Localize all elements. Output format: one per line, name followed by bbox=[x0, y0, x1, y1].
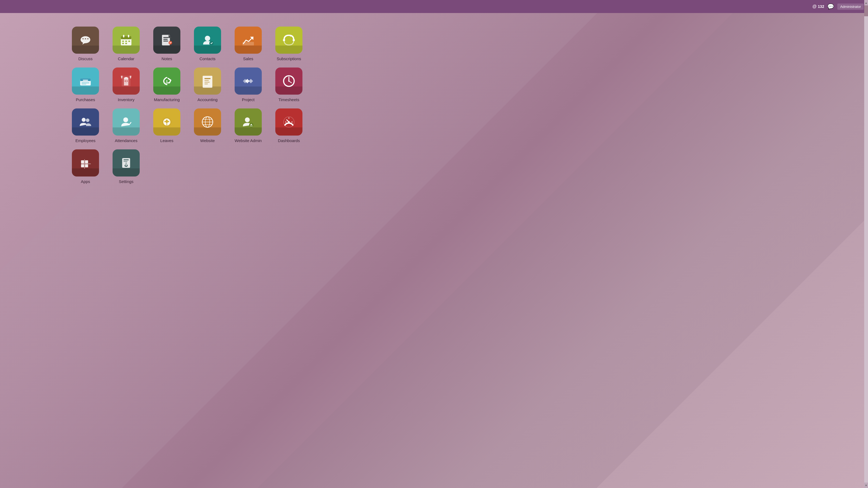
scroll-thumb[interactable] bbox=[864, 5, 868, 16]
svg-point-0 bbox=[81, 36, 90, 43]
svg-rect-3 bbox=[85, 38, 86, 39]
app-item-accounting[interactable]: Accounting bbox=[190, 67, 225, 102]
svg-point-47 bbox=[123, 118, 128, 122]
app-label-accounting: Accounting bbox=[197, 97, 218, 102]
app-icon-subscriptions bbox=[275, 27, 303, 54]
svg-point-50 bbox=[164, 121, 166, 122]
app-item-calendar[interactable]: Calendar bbox=[108, 27, 144, 61]
app-item-sales[interactable]: Sales bbox=[230, 27, 266, 61]
svg-point-63 bbox=[285, 122, 286, 123]
svg-rect-12 bbox=[122, 43, 124, 44]
svg-rect-66 bbox=[81, 160, 84, 163]
app-label-discuss: Discuss bbox=[79, 56, 93, 61]
app-label-calendar: Calendar bbox=[118, 56, 134, 61]
app-icon-purchases bbox=[72, 67, 99, 95]
svg-rect-16 bbox=[163, 39, 167, 40]
svg-rect-10 bbox=[125, 41, 127, 42]
svg-rect-18 bbox=[169, 35, 172, 38]
svg-rect-4 bbox=[87, 38, 89, 39]
svg-point-44 bbox=[288, 80, 290, 82]
svg-rect-29 bbox=[82, 83, 89, 83]
user-menu[interactable]: Administrator bbox=[837, 3, 864, 10]
app-label-website: Website bbox=[200, 138, 215, 143]
app-item-apps[interactable]: Apps bbox=[68, 150, 103, 184]
app-item-purchases[interactable]: Purchases bbox=[68, 67, 103, 102]
app-icon-sales bbox=[235, 27, 262, 54]
svg-point-23 bbox=[283, 39, 285, 41]
svg-rect-15 bbox=[163, 37, 169, 38]
app-label-apps: Apps bbox=[81, 179, 90, 184]
app-label-contacts: Contacts bbox=[199, 56, 215, 61]
app-label-attendances: Attendances bbox=[115, 138, 137, 143]
app-item-discuss[interactable]: Discuss bbox=[68, 27, 103, 61]
app-item-website[interactable]: Website bbox=[190, 108, 225, 143]
svg-point-57 bbox=[245, 118, 250, 122]
svg-point-20 bbox=[205, 36, 210, 41]
app-label-dashboards: Dashboards bbox=[278, 138, 300, 143]
notification-area: @ 132 bbox=[812, 4, 824, 9]
svg-rect-2 bbox=[83, 38, 84, 39]
svg-rect-72 bbox=[123, 161, 127, 162]
app-item-contacts[interactable]: Contacts bbox=[190, 27, 225, 61]
app-icon-manufacturing bbox=[153, 67, 180, 95]
app-item-leaves[interactable]: Leaves bbox=[149, 108, 184, 143]
app-icon-notes bbox=[153, 27, 180, 54]
app-item-inventory[interactable]: Inventory bbox=[108, 67, 144, 102]
svg-point-46 bbox=[86, 119, 90, 122]
svg-point-65 bbox=[288, 118, 290, 119]
app-item-subscriptions[interactable]: Subscriptions bbox=[271, 27, 307, 61]
app-label-sales: Sales bbox=[243, 56, 253, 61]
svg-rect-9 bbox=[122, 41, 124, 42]
app-icon-discuss bbox=[72, 27, 99, 54]
app-item-project[interactable]: Project bbox=[230, 67, 266, 102]
svg-point-35 bbox=[166, 80, 167, 82]
at-icon: @ bbox=[812, 4, 817, 9]
app-icon-settings bbox=[113, 150, 140, 176]
apps-grid: DiscussCalendarNotesContactsSalesSubscri… bbox=[65, 24, 868, 187]
main-content: DiscussCalendarNotesContactsSalesSubscri… bbox=[0, 13, 868, 197]
app-item-settings[interactable]: Settings bbox=[108, 150, 144, 184]
app-icon-attendances bbox=[113, 108, 140, 135]
app-item-manufacturing[interactable]: Manufacturing bbox=[149, 67, 184, 102]
app-icon-contacts bbox=[194, 27, 221, 54]
svg-point-24 bbox=[293, 39, 295, 41]
scroll-up[interactable]: ▲ bbox=[864, 0, 868, 5]
scrollbar: ▲ ▼ bbox=[864, 0, 868, 488]
app-label-inventory: Inventory bbox=[118, 97, 134, 102]
app-item-website-admin[interactable]: Website Admin bbox=[230, 108, 266, 143]
chat-icon[interactable]: 💬 bbox=[827, 3, 834, 10]
svg-point-33 bbox=[126, 80, 127, 82]
app-label-subscriptions: Subscriptions bbox=[277, 56, 301, 61]
app-item-notes[interactable]: Notes bbox=[149, 27, 184, 61]
app-label-timesheets: Timesheets bbox=[279, 97, 300, 102]
app-item-dashboards[interactable]: Dashboards bbox=[271, 108, 307, 143]
svg-rect-28 bbox=[83, 80, 88, 80]
app-label-manufacturing: Manufacturing bbox=[154, 97, 180, 102]
app-icon-calendar bbox=[113, 27, 140, 54]
app-icon-accounting bbox=[194, 67, 221, 95]
svg-rect-67 bbox=[85, 160, 88, 163]
svg-point-64 bbox=[291, 122, 293, 123]
svg-rect-37 bbox=[205, 78, 211, 79]
app-label-leaves: Leaves bbox=[160, 138, 173, 143]
svg-rect-69 bbox=[85, 164, 88, 167]
svg-point-62 bbox=[288, 121, 290, 123]
svg-point-59 bbox=[251, 124, 252, 125]
app-item-employees[interactable]: Employees bbox=[68, 108, 103, 143]
scroll-down[interactable]: ▼ bbox=[864, 483, 868, 488]
svg-point-58 bbox=[249, 123, 253, 127]
app-label-notes: Notes bbox=[161, 56, 172, 61]
header: @ 132 💬 Administrator bbox=[0, 0, 868, 13]
app-icon-leaves bbox=[153, 108, 180, 135]
svg-rect-6 bbox=[121, 36, 131, 39]
app-icon-inventory bbox=[113, 67, 140, 95]
app-icon-dashboards bbox=[275, 108, 303, 135]
app-icon-website-admin bbox=[235, 108, 262, 135]
svg-rect-39 bbox=[205, 82, 210, 83]
app-icon-timesheets bbox=[275, 67, 303, 95]
app-label-purchases: Purchases bbox=[76, 97, 95, 102]
svg-rect-7 bbox=[123, 35, 124, 38]
app-item-attendances[interactable]: Attendances bbox=[108, 108, 144, 143]
app-item-timesheets[interactable]: Timesheets bbox=[271, 67, 307, 102]
app-icon-project bbox=[235, 67, 262, 95]
